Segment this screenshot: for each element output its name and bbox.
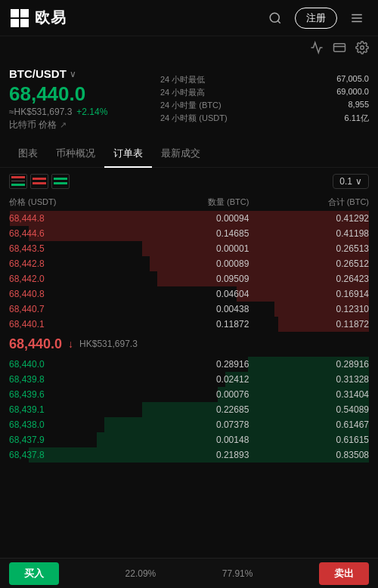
stat-label: 24 小时最高 <box>160 87 330 98</box>
bid-qty: 0.21893 <box>129 450 249 460</box>
logo-text: 欧易 <box>35 8 67 28</box>
view-bids-button[interactable] <box>51 174 70 189</box>
bid-row: 68,440.0 0.28916 0.28916 <box>0 357 378 372</box>
ask-row: 68,440.8 0.04604 0.16914 <box>0 286 378 302</box>
ask-row: 68,444.8 0.00094 0.41292 <box>0 211 378 226</box>
bid-total: 0.31328 <box>249 374 369 385</box>
price-stats: 24 小时最低67,005.024 小时最高69,000.024 小时量 (BT… <box>160 67 369 132</box>
header: 欧易 注册 <box>0 0 378 36</box>
tab-最新成交[interactable]: 最新成交 <box>152 141 209 168</box>
ask-price: 68,443.5 <box>9 243 129 254</box>
stat-value: 6.11亿 <box>336 113 369 124</box>
bid-total: 0.31404 <box>249 389 369 400</box>
ask-price: 68,440.8 <box>9 289 129 299</box>
ask-row: 68,440.7 0.00438 0.12310 <box>0 302 378 317</box>
ask-total: 0.12310 <box>249 304 369 314</box>
buy-pct: 22.09% <box>125 568 156 579</box>
bid-price: 68,438.0 <box>9 419 129 430</box>
logo-area: 欧易 <box>9 8 67 29</box>
register-button[interactable]: 注册 <box>295 8 337 29</box>
bid-price: 68,437.9 <box>9 435 129 445</box>
price-change: +2.14% <box>76 107 107 117</box>
tab-币种概况[interactable]: 币种概况 <box>47 141 104 168</box>
ask-total: 0.26423 <box>249 274 369 284</box>
ask-qty: 0.00001 <box>129 243 249 254</box>
external-link-icon[interactable]: ↗ <box>60 120 67 130</box>
search-icon[interactable] <box>263 6 287 30</box>
svg-rect-4 <box>20 19 29 27</box>
bottom-bar: 买入 22.09% 77.91% 卖出 <box>0 558 378 588</box>
orderbook-header: 价格 (USDT) 数量 (BTC) 合计 (BTC) <box>0 195 378 211</box>
coin-label: 比特币 价格 ↗ <box>9 119 160 132</box>
sub-header <box>0 36 378 61</box>
ask-price: 68,442.0 <box>9 274 129 284</box>
svg-point-12 <box>361 46 364 50</box>
mid-price-value: 68,440.0 <box>9 336 62 352</box>
svg-rect-1 <box>11 9 19 17</box>
bid-total: 0.61615 <box>249 435 369 445</box>
bid-total: 0.28916 <box>249 359 369 370</box>
view-both-button[interactable] <box>9 174 27 189</box>
price-section: BTC/USDT ∨ 68,440.0 ≈HK$531,697.3 +2.14%… <box>0 61 378 138</box>
ask-price: 68,444.6 <box>9 228 129 239</box>
svg-rect-3 <box>11 19 19 27</box>
bid-row: 68,439.8 0.02412 0.31328 <box>0 372 378 387</box>
bid-price: 68,439.8 <box>9 374 129 385</box>
bid-row: 68,437.8 0.21893 0.83508 <box>0 447 378 463</box>
ask-row: 68,442.0 0.09509 0.26423 <box>0 271 378 286</box>
pair-name: BTC/USDT <box>9 67 67 80</box>
svg-rect-2 <box>20 9 29 17</box>
mid-price-arrow: ↓ <box>68 338 73 350</box>
tab-图表[interactable]: 图表 <box>9 141 47 168</box>
chart-activity-icon[interactable] <box>310 41 324 57</box>
ask-qty: 0.00438 <box>129 304 249 314</box>
bid-price: 68,437.8 <box>9 450 129 460</box>
col-total: 合计 (BTC) <box>249 197 369 208</box>
ask-qty: 0.04604 <box>129 289 249 299</box>
bid-qty: 0.00148 <box>129 435 249 445</box>
orderbook-controls: 0.1 ∨ <box>0 168 378 195</box>
ask-total: 0.26512 <box>249 258 369 269</box>
bid-qty: 0.02412 <box>129 374 249 385</box>
sell-button[interactable]: 卖出 <box>319 562 369 585</box>
ask-row: 68,442.8 0.00089 0.26512 <box>0 256 378 271</box>
bid-total: 0.54089 <box>249 404 369 415</box>
decimal-selector[interactable]: 0.1 ∨ <box>333 174 369 189</box>
bid-qty: 0.00076 <box>129 389 249 400</box>
bids-list: 68,440.0 0.28916 0.28916 68,439.8 0.0241… <box>0 357 378 463</box>
tab-订单表[interactable]: 订单表 <box>104 141 152 168</box>
ask-qty: 0.09509 <box>129 274 249 284</box>
ask-price: 68,444.8 <box>9 213 129 224</box>
card-icon[interactable] <box>333 41 346 57</box>
bid-qty: 0.22685 <box>129 404 249 415</box>
view-asks-button[interactable] <box>30 174 48 189</box>
price-left: BTC/USDT ∨ 68,440.0 ≈HK$531,697.3 +2.14%… <box>9 67 160 132</box>
ask-total: 0.16914 <box>249 289 369 299</box>
ask-qty: 0.00094 <box>129 213 249 224</box>
ask-qty: 0.11872 <box>129 319 249 330</box>
asks-list: 68,444.8 0.00094 0.41292 68,444.6 0.1468… <box>0 211 378 332</box>
pair-dropdown-icon[interactable]: ∨ <box>70 69 76 79</box>
bid-qty: 0.07378 <box>129 419 249 430</box>
stat-label: 24 小时量 (BTC) <box>160 100 330 111</box>
stat-label: 24 小时最低 <box>160 74 330 85</box>
mid-price-hk: HK$531,697.3 <box>79 339 138 349</box>
ask-row: 68,444.6 0.14685 0.41198 <box>0 226 378 241</box>
bid-price: 68,439.6 <box>9 389 129 400</box>
bid-row: 68,439.6 0.00076 0.31404 <box>0 387 378 402</box>
ask-total: 0.41292 <box>249 213 369 224</box>
ask-total: 0.26513 <box>249 243 369 254</box>
ask-price: 68,440.1 <box>9 319 129 330</box>
ask-qty: 0.00089 <box>129 258 249 269</box>
bid-price: 68,440.0 <box>9 359 129 370</box>
buy-button[interactable]: 买入 <box>9 562 59 585</box>
menu-icon[interactable] <box>345 6 369 30</box>
settings-icon[interactable] <box>355 41 369 57</box>
big-price: 68,440.0 <box>9 83 160 105</box>
bid-price: 68,439.1 <box>9 404 129 415</box>
logo-icon <box>9 8 30 29</box>
stat-label: 24 小时额 (USDT) <box>160 113 330 124</box>
ask-total: 0.11872 <box>249 319 369 330</box>
svg-rect-10 <box>334 44 345 52</box>
bid-total: 0.83508 <box>249 450 369 460</box>
